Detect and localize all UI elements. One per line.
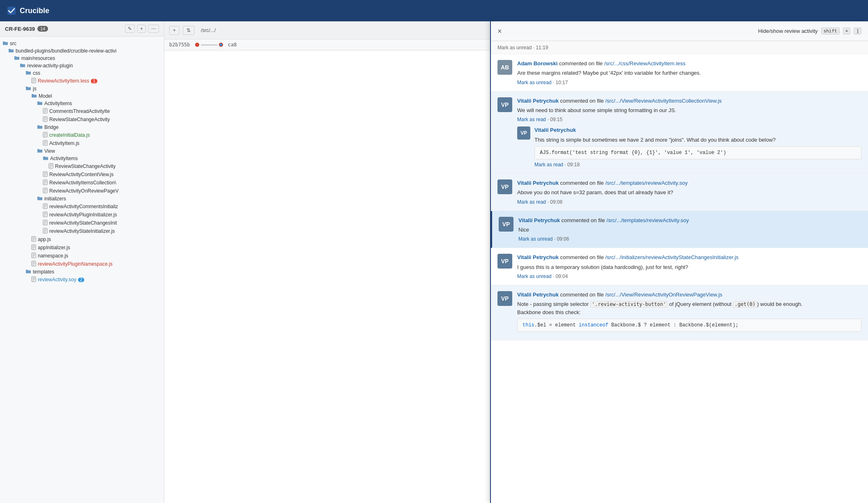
activity-footer: Mark as unread · 09:04 <box>517 273 861 279</box>
mark-read-link[interactable]: Mark as read <box>517 117 546 122</box>
activity-item: AB Adam Borowski commented on file /src/… <box>491 54 868 92</box>
activity-author[interactable]: Adam Borowski <box>517 60 557 67</box>
activity-content: Adam Borowski commented on file /src/...… <box>517 60 861 85</box>
file-icon <box>43 171 48 178</box>
tree-item[interactable]: initializers <box>0 195 164 202</box>
tree-item[interactable]: ReviewStateChangeActivity <box>0 115 164 124</box>
activity-file-link[interactable]: /src/.../View/ReviewActivityOnReviewPage… <box>605 292 722 298</box>
tree-item[interactable]: templates <box>0 268 164 276</box>
mark-unread-link[interactable]: Mark as unread <box>517 80 551 85</box>
tree-label: main/resources <box>21 55 55 61</box>
tree-item[interactable]: reviewActivityPluginNamespace.js <box>0 260 164 268</box>
tree-item[interactable]: main/resources <box>0 55 164 62</box>
avatar: VP <box>497 179 512 194</box>
mark-unread-link[interactable]: Mark as unread <box>517 273 551 279</box>
activity-list: Mark as unread · 11:19 AB Adam Borowski … <box>491 41 868 503</box>
tree-item[interactable]: reviewActivityStateInitializer.js <box>0 227 164 235</box>
close-panel-button[interactable]: × <box>497 28 502 35</box>
file-icon <box>43 132 48 138</box>
app-logo[interactable]: Crucible <box>7 6 49 16</box>
tree-item[interactable]: reviewActivityCommentsInitializ <box>0 202 164 211</box>
sub-author[interactable]: Vitalii Petrychuk <box>534 127 576 133</box>
diff-slider[interactable] <box>195 43 223 47</box>
timestamp-label: Mark as unread · 11:19 <box>497 45 548 51</box>
shortcut-bracket: ] <box>854 28 861 34</box>
sidebar-actions: ✎ + ⋯ <box>125 25 159 33</box>
tree-item[interactable]: ReviewActivityOnReviewPageV <box>0 187 164 195</box>
activity-header-line: Vitalii Petrychuk commented on file /src… <box>518 217 861 224</box>
activity-file-link[interactable]: /src/.../templates/reviewActivity.soy <box>606 217 689 223</box>
tree-item[interactable]: ReviewStateChangeActivity <box>0 162 164 170</box>
file-icon <box>31 253 36 259</box>
tree-item[interactable]: ActivityItem.js <box>0 139 164 147</box>
activity-item: VP Vitalii Petrychuk commented on file /… <box>491 211 868 248</box>
crucible-logo-icon <box>7 6 16 16</box>
tree-label: ActivityItems <box>44 101 72 106</box>
activity-content: Vitalii Petrychuk commented on file /src… <box>518 217 861 242</box>
tree-item[interactable]: ActivityItems <box>0 155 164 162</box>
tree-label: appInitializer.js <box>38 245 70 250</box>
tree-label: review-activity-plugin <box>27 63 73 69</box>
mark-read-link[interactable]: Mark as read <box>517 199 546 205</box>
tree-label: reviewActivityPluginNamespace.js <box>38 261 113 267</box>
tree-item[interactable]: ReviewActivityItemsCollection\ <box>0 179 164 187</box>
more-options-button[interactable]: ⋯ <box>148 25 159 33</box>
activity-body: Nice <box>518 226 861 234</box>
activity-file-link[interactable]: /src/.../View/ReviewActivityItemsCollect… <box>605 98 721 104</box>
folder-icon <box>25 86 31 92</box>
tree-item[interactable]: ReviewActivityItem.less1 <box>0 77 164 85</box>
activity-content: Vitalii Petrychuk commented on file /src… <box>517 179 861 205</box>
file-icon <box>31 244 36 251</box>
tree-item[interactable]: Model <box>0 92 164 100</box>
tree-item[interactable]: namespace.js <box>0 252 164 260</box>
tree-item[interactable]: CommentsThreadActivityIte <box>0 107 164 115</box>
tree-label: ReviewActivityOnReviewPageV <box>49 188 119 194</box>
tree-item[interactable]: reviewActivity.soy2 <box>0 276 164 284</box>
folder-icon <box>37 101 43 106</box>
tree-item[interactable]: reviewActivityStateChangesInit <box>0 219 164 227</box>
activity-file-link[interactable]: /src/.../initializers/reviewActivityStat… <box>605 254 738 260</box>
activity-header-line: Vitalii Petrychuk commented on file /src… <box>517 291 861 299</box>
tree-label: ReviewActivityItem.less <box>38 78 89 84</box>
tree-item[interactable]: src <box>0 40 164 47</box>
tree-item[interactable]: View <box>0 147 164 155</box>
tree-label: ReviewActivityContentView.js <box>49 172 114 177</box>
activity-author[interactable]: Vitalii Petrychuk <box>517 98 559 104</box>
avatar: VP <box>497 97 512 112</box>
tree-item[interactable]: review-activity-plugin <box>0 62 164 69</box>
tree-label: initializers <box>44 196 66 202</box>
file-icon <box>31 276 36 283</box>
tree-item[interactable]: appInitializer.js <box>0 243 164 252</box>
tree-label: CommentsThreadActivityIte <box>49 108 110 114</box>
tree-label: ReviewActivityItemsCollection\ <box>49 180 116 186</box>
tree-label: templates <box>33 269 54 275</box>
activity-item: Mark as unread · 11:19 <box>491 41 868 54</box>
tree-item[interactable]: css <box>0 69 164 77</box>
activity-footer: Mark as read · 09:08 <box>517 199 861 205</box>
diff-nav-button[interactable]: ⇅ <box>183 26 194 35</box>
activity-file-link[interactable]: /src/.../css/ReviewActivityItem.less <box>604 60 686 67</box>
tree-item[interactable]: ReviewActivityContentView.js <box>0 170 164 179</box>
tree-item[interactable]: ActivityItems <box>0 100 164 107</box>
tree-label: ReviewStateChangeActivity <box>49 117 110 122</box>
activity-file-link[interactable]: /src/.../templates/reviewActivity.soy <box>605 180 688 186</box>
add-comment-button[interactable]: + <box>169 26 180 35</box>
add-item-button[interactable]: + <box>137 25 146 33</box>
activity-author[interactable]: Vitalii Petrychuk <box>518 217 560 223</box>
activity-footer: Mark as read · 09:15 <box>517 117 861 122</box>
tree-item[interactable]: bundled-plugins/bundled/crucible-review-… <box>0 47 164 55</box>
mark-unread-link[interactable]: Mark as unread <box>518 236 553 242</box>
file-icon <box>48 163 53 170</box>
tree-item[interactable]: app.js <box>0 235 164 243</box>
mark-read-link-sub[interactable]: Mark as read <box>534 162 563 168</box>
activity-author[interactable]: Vitalii Petrychuk <box>517 254 559 260</box>
edit-review-button[interactable]: ✎ <box>125 25 135 33</box>
activity-author[interactable]: Vitalii Petrychuk <box>517 292 559 298</box>
tree-item[interactable]: Bridge <box>0 124 164 131</box>
tree-item[interactable]: createInitialData.js <box>0 131 164 139</box>
tree-item[interactable]: js <box>0 85 164 92</box>
diff-dot-start <box>195 43 199 47</box>
activity-author[interactable]: Vitalii Petrychuk <box>517 180 559 186</box>
tree-item[interactable]: reviewActivityPluginInitializer.js <box>0 211 164 219</box>
tree-label: reviewActivityCommentsInitializ <box>49 204 118 209</box>
